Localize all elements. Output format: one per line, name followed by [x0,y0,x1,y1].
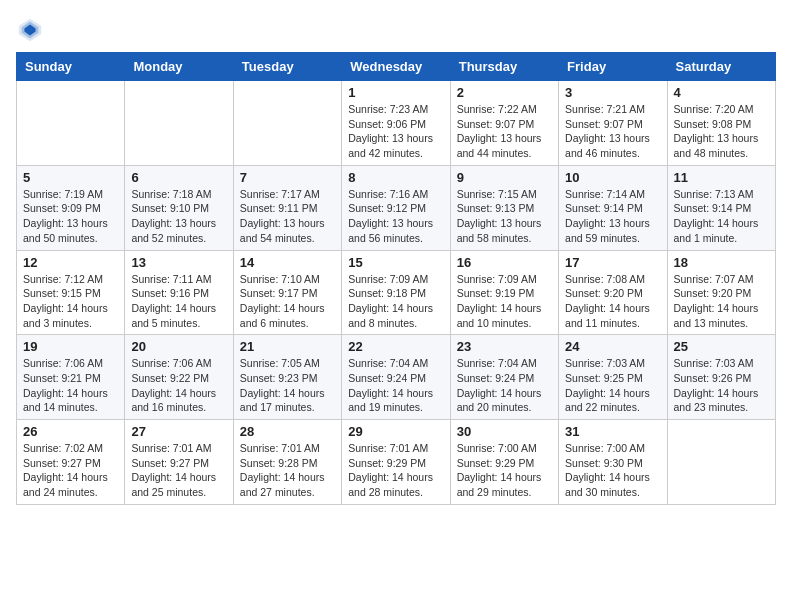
calendar-cell: 4Sunrise: 7:20 AM Sunset: 9:08 PM Daylig… [667,81,775,166]
day-number: 15 [348,255,443,270]
day-number: 13 [131,255,226,270]
calendar-cell: 23Sunrise: 7:04 AM Sunset: 9:24 PM Dayli… [450,335,558,420]
day-info: Sunrise: 7:12 AM Sunset: 9:15 PM Dayligh… [23,272,118,331]
week-row-2: 5Sunrise: 7:19 AM Sunset: 9:09 PM Daylig… [17,165,776,250]
day-info: Sunrise: 7:15 AM Sunset: 9:13 PM Dayligh… [457,187,552,246]
calendar-cell: 19Sunrise: 7:06 AM Sunset: 9:21 PM Dayli… [17,335,125,420]
day-info: Sunrise: 7:14 AM Sunset: 9:14 PM Dayligh… [565,187,660,246]
day-info: Sunrise: 7:07 AM Sunset: 9:20 PM Dayligh… [674,272,769,331]
day-number: 18 [674,255,769,270]
calendar-cell: 6Sunrise: 7:18 AM Sunset: 9:10 PM Daylig… [125,165,233,250]
day-number: 25 [674,339,769,354]
calendar-cell: 24Sunrise: 7:03 AM Sunset: 9:25 PM Dayli… [559,335,667,420]
weekday-header-thursday: Thursday [450,53,558,81]
day-info: Sunrise: 7:17 AM Sunset: 9:11 PM Dayligh… [240,187,335,246]
day-info: Sunrise: 7:00 AM Sunset: 9:30 PM Dayligh… [565,441,660,500]
logo-icon [16,16,44,44]
day-info: Sunrise: 7:00 AM Sunset: 9:29 PM Dayligh… [457,441,552,500]
day-info: Sunrise: 7:01 AM Sunset: 9:28 PM Dayligh… [240,441,335,500]
calendar-cell: 3Sunrise: 7:21 AM Sunset: 9:07 PM Daylig… [559,81,667,166]
day-info: Sunrise: 7:01 AM Sunset: 9:29 PM Dayligh… [348,441,443,500]
calendar-cell [667,420,775,505]
day-info: Sunrise: 7:11 AM Sunset: 9:16 PM Dayligh… [131,272,226,331]
day-info: Sunrise: 7:23 AM Sunset: 9:06 PM Dayligh… [348,102,443,161]
day-number: 22 [348,339,443,354]
week-row-1: 1Sunrise: 7:23 AM Sunset: 9:06 PM Daylig… [17,81,776,166]
calendar-cell: 8Sunrise: 7:16 AM Sunset: 9:12 PM Daylig… [342,165,450,250]
weekday-header-row: SundayMondayTuesdayWednesdayThursdayFrid… [17,53,776,81]
weekday-header-monday: Monday [125,53,233,81]
day-number: 9 [457,170,552,185]
day-info: Sunrise: 7:02 AM Sunset: 9:27 PM Dayligh… [23,441,118,500]
calendar-cell: 22Sunrise: 7:04 AM Sunset: 9:24 PM Dayli… [342,335,450,420]
week-row-3: 12Sunrise: 7:12 AM Sunset: 9:15 PM Dayli… [17,250,776,335]
day-number: 5 [23,170,118,185]
day-info: Sunrise: 7:09 AM Sunset: 9:18 PM Dayligh… [348,272,443,331]
day-info: Sunrise: 7:05 AM Sunset: 9:23 PM Dayligh… [240,356,335,415]
day-number: 23 [457,339,552,354]
day-info: Sunrise: 7:04 AM Sunset: 9:24 PM Dayligh… [348,356,443,415]
calendar-cell [125,81,233,166]
calendar-cell: 2Sunrise: 7:22 AM Sunset: 9:07 PM Daylig… [450,81,558,166]
calendar-cell: 25Sunrise: 7:03 AM Sunset: 9:26 PM Dayli… [667,335,775,420]
day-info: Sunrise: 7:19 AM Sunset: 9:09 PM Dayligh… [23,187,118,246]
weekday-header-friday: Friday [559,53,667,81]
day-number: 6 [131,170,226,185]
calendar-cell: 9Sunrise: 7:15 AM Sunset: 9:13 PM Daylig… [450,165,558,250]
day-number: 8 [348,170,443,185]
day-number: 17 [565,255,660,270]
calendar-cell: 31Sunrise: 7:00 AM Sunset: 9:30 PM Dayli… [559,420,667,505]
weekday-header-sunday: Sunday [17,53,125,81]
calendar-cell: 10Sunrise: 7:14 AM Sunset: 9:14 PM Dayli… [559,165,667,250]
day-info: Sunrise: 7:03 AM Sunset: 9:26 PM Dayligh… [674,356,769,415]
day-info: Sunrise: 7:13 AM Sunset: 9:14 PM Dayligh… [674,187,769,246]
week-row-5: 26Sunrise: 7:02 AM Sunset: 9:27 PM Dayli… [17,420,776,505]
weekday-header-wednesday: Wednesday [342,53,450,81]
day-info: Sunrise: 7:06 AM Sunset: 9:21 PM Dayligh… [23,356,118,415]
day-info: Sunrise: 7:10 AM Sunset: 9:17 PM Dayligh… [240,272,335,331]
calendar-cell: 28Sunrise: 7:01 AM Sunset: 9:28 PM Dayli… [233,420,341,505]
calendar-cell: 17Sunrise: 7:08 AM Sunset: 9:20 PM Dayli… [559,250,667,335]
day-info: Sunrise: 7:22 AM Sunset: 9:07 PM Dayligh… [457,102,552,161]
calendar-cell: 29Sunrise: 7:01 AM Sunset: 9:29 PM Dayli… [342,420,450,505]
day-number: 14 [240,255,335,270]
calendar-cell [17,81,125,166]
calendar-cell: 18Sunrise: 7:07 AM Sunset: 9:20 PM Dayli… [667,250,775,335]
day-number: 31 [565,424,660,439]
day-number: 27 [131,424,226,439]
calendar-cell: 7Sunrise: 7:17 AM Sunset: 9:11 PM Daylig… [233,165,341,250]
calendar-cell: 21Sunrise: 7:05 AM Sunset: 9:23 PM Dayli… [233,335,341,420]
day-info: Sunrise: 7:21 AM Sunset: 9:07 PM Dayligh… [565,102,660,161]
day-number: 19 [23,339,118,354]
logo [16,16,48,44]
weekday-header-saturday: Saturday [667,53,775,81]
day-number: 16 [457,255,552,270]
calendar-table: SundayMondayTuesdayWednesdayThursdayFrid… [16,52,776,505]
calendar-cell: 16Sunrise: 7:09 AM Sunset: 9:19 PM Dayli… [450,250,558,335]
day-info: Sunrise: 7:03 AM Sunset: 9:25 PM Dayligh… [565,356,660,415]
calendar-cell: 13Sunrise: 7:11 AM Sunset: 9:16 PM Dayli… [125,250,233,335]
weekday-header-tuesday: Tuesday [233,53,341,81]
day-number: 11 [674,170,769,185]
day-info: Sunrise: 7:18 AM Sunset: 9:10 PM Dayligh… [131,187,226,246]
calendar-cell: 11Sunrise: 7:13 AM Sunset: 9:14 PM Dayli… [667,165,775,250]
day-number: 20 [131,339,226,354]
day-info: Sunrise: 7:20 AM Sunset: 9:08 PM Dayligh… [674,102,769,161]
calendar-cell: 20Sunrise: 7:06 AM Sunset: 9:22 PM Dayli… [125,335,233,420]
day-number: 10 [565,170,660,185]
calendar-cell: 1Sunrise: 7:23 AM Sunset: 9:06 PM Daylig… [342,81,450,166]
day-number: 26 [23,424,118,439]
day-info: Sunrise: 7:08 AM Sunset: 9:20 PM Dayligh… [565,272,660,331]
day-number: 3 [565,85,660,100]
week-row-4: 19Sunrise: 7:06 AM Sunset: 9:21 PM Dayli… [17,335,776,420]
calendar-cell: 26Sunrise: 7:02 AM Sunset: 9:27 PM Dayli… [17,420,125,505]
day-number: 4 [674,85,769,100]
day-number: 21 [240,339,335,354]
day-info: Sunrise: 7:09 AM Sunset: 9:19 PM Dayligh… [457,272,552,331]
calendar-cell: 30Sunrise: 7:00 AM Sunset: 9:29 PM Dayli… [450,420,558,505]
calendar-cell: 12Sunrise: 7:12 AM Sunset: 9:15 PM Dayli… [17,250,125,335]
header [16,16,776,44]
calendar-cell [233,81,341,166]
day-number: 2 [457,85,552,100]
day-number: 24 [565,339,660,354]
